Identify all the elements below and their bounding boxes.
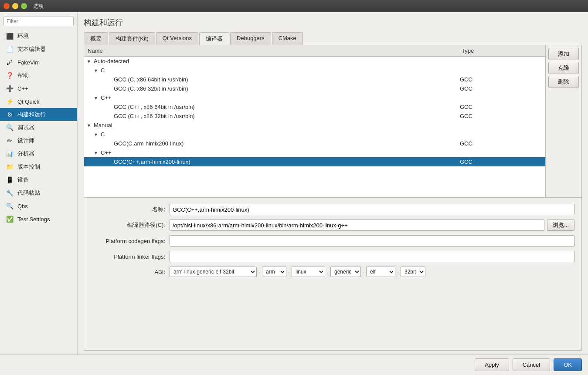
maximize-button[interactable]	[21, 3, 27, 9]
toggle-manual-c[interactable]: ▼	[93, 132, 99, 137]
compiler-label: GCC (C++, x86 32bit in /usr/bin)	[112, 112, 458, 120]
codegen-input[interactable]	[170, 235, 574, 247]
devices-icon: 📱	[5, 176, 14, 184]
group-autodetected: ▼ Auto-detected ▼ C GCC (C, x86	[84, 57, 545, 121]
tree-row[interactable]: ▼ C++	[84, 148, 545, 157]
tab-debuggers[interactable]: Debuggers	[230, 32, 271, 45]
sidebar-item-label: 环境	[17, 32, 29, 40]
qtquick-icon: ⚡	[5, 97, 14, 106]
tree-row[interactable]: GCC (C, x86 32bit in /usr/bin) GCC	[84, 84, 545, 93]
sidebar-item-environment[interactable]: ⬛ 环境	[0, 30, 77, 43]
delete-button[interactable]: 删除	[548, 76, 579, 88]
sidebar-item-buildrun[interactable]: ⚙ 构建和运行	[0, 108, 77, 121]
debugger-icon: 🔍	[5, 123, 14, 132]
testsettings-icon: ✅	[5, 215, 14, 223]
sidebar-item-label: 构建和运行	[17, 111, 46, 118]
close-button[interactable]	[3, 3, 10, 9]
abi-row: ABI: arm-linux-generic-elf-32bit arm-lin…	[91, 267, 574, 277]
abi-arch-select[interactable]: arm x86 mips	[262, 267, 286, 277]
toggle-c[interactable]: ▼	[93, 68, 99, 73]
compiler-type: GCC	[458, 158, 545, 166]
compiler-type: GCC	[458, 76, 545, 83]
group-label: Manual	[92, 122, 458, 129]
tab-compilers[interactable]: 编译器	[199, 32, 229, 45]
col-type: Type	[458, 47, 545, 55]
group-manual: ▼ Manual ▼ C GCC(C,arm-himix200-	[84, 121, 545, 166]
linker-row: Platform linker flags:	[91, 251, 574, 262]
sidebar-item-qbs[interactable]: 🔍 Qbs	[0, 199, 77, 213]
clone-button[interactable]: 克隆	[548, 62, 579, 74]
apply-button[interactable]: Apply	[475, 358, 509, 371]
sidebar-item-analyzer[interactable]: 📊 分析器	[0, 147, 77, 160]
selected-compiler-row[interactable]: GCC(C++,arm-himix200-linux) GCC	[84, 157, 545, 166]
ok-button[interactable]: OK	[554, 358, 582, 371]
abi-controls: arm-linux-generic-elf-32bit arm-linux-ge…	[170, 267, 574, 277]
col-name: Name	[84, 47, 458, 55]
abi-vendor-select[interactable]: generic	[330, 267, 361, 277]
toggle-cpp[interactable]: ▼	[93, 95, 99, 101]
sidebar-item-label: 帮助	[17, 71, 29, 79]
tree-row[interactable]: ▼ C	[84, 130, 545, 139]
minimize-button[interactable]	[12, 3, 18, 9]
abi-format-select[interactable]: elf macho pe	[366, 267, 395, 277]
filter-input[interactable]	[3, 17, 74, 26]
tree-row[interactable]: GCC (C, x86 64bit in /usr/bin) GCC	[84, 75, 545, 84]
sidebar-item-qtquick[interactable]: ⚡ Qt Quick	[0, 95, 77, 108]
compiler-label: GCC(C,arm-himix200-linux)	[112, 140, 458, 147]
cpp-icon: ➕	[5, 84, 14, 93]
sidebar-item-fakevim[interactable]: 🖊 FakeVim	[0, 56, 77, 69]
add-button[interactable]: 添加	[548, 48, 579, 60]
sidebar-item-devices[interactable]: 📱 设备	[0, 173, 77, 186]
compiler-type: GCC	[458, 85, 545, 92]
sidebar-item-help[interactable]: ❓ 帮助	[0, 69, 77, 82]
tab-cmake[interactable]: CMake	[272, 32, 303, 45]
sidebar-item-label: 调试器	[17, 124, 34, 132]
tree-row[interactable]: ▼ C++	[84, 93, 545, 102]
sidebar-item-testsettings[interactable]: ✅ Test Settings	[0, 213, 77, 226]
name-input[interactable]	[170, 204, 574, 215]
tree-row[interactable]: ▼ Manual	[84, 121, 545, 130]
detail-panel: 名称: 编译器路径(C): 浏览... Platform codegen fla…	[84, 198, 582, 351]
abi-width-select[interactable]: 32bit 64bit	[401, 267, 425, 277]
compiler-label: GCC (C++, x86 64bit in /usr/bin)	[112, 103, 458, 111]
tree-row[interactable]: GCC (C++, x86 32bit in /usr/bin) GCC	[84, 111, 545, 121]
sidebar-item-label: Qbs	[17, 203, 28, 209]
compiler-table: Name Type ▼ Auto-detected ▼ C	[84, 45, 545, 197]
compiler-path-input[interactable]	[170, 220, 544, 231]
page-title: 构建和运行	[84, 17, 582, 28]
abi-os-select[interactable]: linux windows darwin	[292, 267, 325, 277]
window-title: 选项	[33, 3, 44, 10]
cancel-button[interactable]: Cancel	[513, 358, 550, 371]
tree-row[interactable]: GCC (C++, x86 64bit in /usr/bin) GCC	[84, 102, 545, 111]
texteditor-icon: 📄	[5, 45, 14, 54]
toggle-manual-cpp[interactable]: ▼	[93, 150, 99, 155]
sidebar-item-vcs[interactable]: 📁 版本控制	[0, 160, 77, 173]
qbs-icon: 🔍	[5, 202, 14, 210]
content-area: 构建和运行 概要 构建套件(Kit) Qt Versions 编译器 Debug…	[78, 12, 588, 354]
main-layout: ⬛ 环境 📄 文本编辑器 🖊 FakeVim ❓ 帮助 ➕ C++ ⚡ Qt Q…	[0, 12, 588, 354]
codepaste-icon: 🔧	[5, 189, 14, 197]
sidebar-item-debugger[interactable]: 🔍 调试器	[0, 121, 77, 134]
sidebar-item-label: FakeVim	[17, 59, 40, 66]
abi-label: ABI:	[91, 269, 170, 275]
tab-kits[interactable]: 构建套件(Kit)	[109, 32, 155, 45]
linker-label: Platform linker flags:	[91, 253, 170, 260]
tree-row[interactable]: GCC(C,arm-himix200-linux) GCC	[84, 139, 545, 148]
environment-icon: ⬛	[5, 32, 14, 41]
browse-button[interactable]: 浏览...	[547, 220, 574, 231]
sidebar-item-designer[interactable]: ✏ 设计师	[0, 134, 77, 147]
linker-input[interactable]	[170, 251, 574, 262]
compiler-label: GCC (C, x86 64bit in /usr/bin)	[112, 76, 458, 83]
tab-overview[interactable]: 概要	[84, 32, 108, 45]
sidebar-item-codepaste[interactable]: 🔧 代码粘贴	[0, 186, 77, 199]
tab-qtversions[interactable]: Qt Versions	[156, 32, 198, 45]
tree-row[interactable]: ▼ Auto-detected	[84, 57, 545, 66]
sidebar-item-texteditor[interactable]: 📄 文本编辑器	[0, 43, 77, 56]
sidebar-item-cpp[interactable]: ➕ C++	[0, 82, 77, 95]
group-label: Auto-detected	[92, 57, 458, 65]
tree-row[interactable]: ▼ C	[84, 66, 545, 75]
abi-main-select[interactable]: arm-linux-generic-elf-32bit arm-linux-ge…	[170, 267, 257, 277]
toggle-manual[interactable]: ▼	[86, 123, 92, 128]
compiler-type: GCC	[458, 112, 545, 120]
toggle-autodetected[interactable]: ▼	[86, 59, 92, 64]
